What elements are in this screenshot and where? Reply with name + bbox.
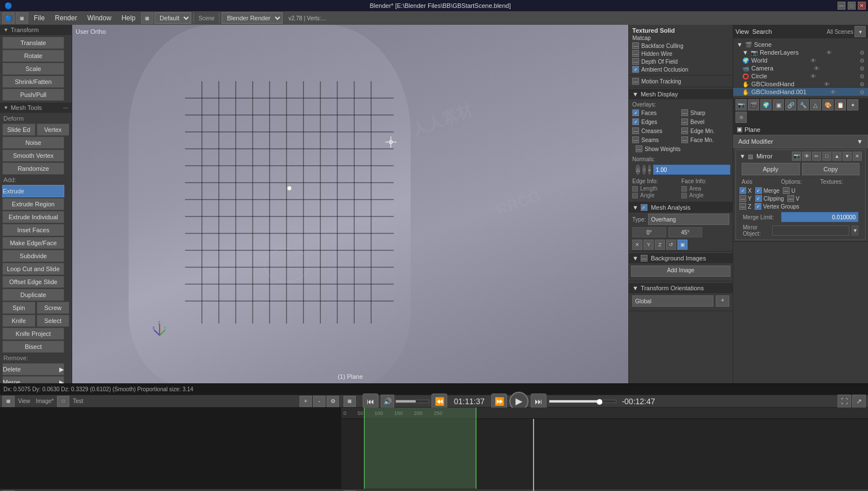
v-cb[interactable]: — (787, 195, 794, 202)
y-axis-cb[interactable]: — (739, 195, 746, 202)
z-axis-cb[interactable]: — (739, 203, 746, 210)
hidden-wire-row[interactable]: — Hidden Wire (629, 50, 733, 57)
hidden-wire-cb[interactable]: — (632, 50, 639, 57)
u-cb[interactable]: — (783, 187, 790, 194)
area-cb[interactable] (681, 186, 687, 192)
noise-btn[interactable]: Noise (2, 136, 64, 149)
speaker-icon[interactable]: 🔊 (381, 395, 394, 408)
gb-hand-001-settings-icon[interactable]: ⚙ (860, 89, 865, 95)
tl-settings-icon[interactable]: ⚙ (327, 396, 339, 407)
render-layers-eye-icon[interactable]: 👁 (826, 50, 832, 56)
modifier-props-icon[interactable]: 🔧 (797, 99, 809, 110)
blender-logo-btn[interactable]: 🔵 (2, 12, 15, 24)
fast-fwd-btn[interactable]: ⏭ (531, 393, 547, 409)
add-image-btn[interactable]: Add Image (631, 266, 730, 277)
modifier-close-icon[interactable]: ✕ (853, 152, 862, 161)
bevel-cb[interactable]: — (681, 118, 688, 125)
minimize-btn[interactable]: — (838, 2, 845, 10)
normal-face-btn[interactable]: △ (636, 165, 640, 175)
ma-range-min[interactable] (632, 227, 666, 237)
tl-view-btn[interactable]: View (16, 398, 33, 404)
extrude-region-btn[interactable]: Extrude Region (2, 198, 64, 210)
render-layers-settings-icon[interactable]: ⚙ (860, 50, 865, 56)
modifier-up-icon[interactable]: ▲ (832, 152, 841, 161)
face-mn-cb[interactable]: — (681, 136, 688, 143)
spin-btn[interactable]: Spin (2, 302, 36, 314)
engine-select[interactable]: Blender Render (222, 12, 283, 24)
make-edge-face-btn[interactable]: Make Edge/Face (2, 237, 64, 249)
duplicate-btn[interactable]: Duplicate (2, 289, 64, 301)
volume-slider[interactable] (395, 400, 429, 403)
motion-tracking-cb[interactable]: — (632, 78, 639, 85)
close-btn[interactable]: ✕ (858, 2, 866, 10)
ma-type-select[interactable]: Overhang (648, 214, 729, 225)
progress-slider[interactable] (549, 400, 616, 403)
push-pull-btn[interactable]: Push/Pull (2, 89, 64, 101)
bisect-btn[interactable]: Bisect (2, 340, 64, 353)
offset-edge-slide-btn[interactable]: Offset Edge Slide (2, 276, 64, 288)
edge-mn-row[interactable]: — Edge Mn. (681, 127, 729, 135)
normal-loop-btn[interactable]: ↑ (642, 165, 646, 175)
screw-btn[interactable]: Screw (37, 302, 70, 314)
scene-root-item[interactable]: ▼ 🎬 Scene (733, 41, 868, 48)
gb-closed-hand-item[interactable]: ✋ GBClosedHand 👁 ⚙ (733, 80, 868, 88)
menu-window[interactable]: Window (83, 13, 116, 23)
add-modifier-btn[interactable]: Add Modifier ▼ (733, 135, 868, 148)
creases-row[interactable]: — Creases (632, 127, 680, 135)
world-eye-icon[interactable]: 👁 (810, 57, 816, 64)
edge-angle-cb[interactable] (632, 193, 638, 198)
camera-settings-icon[interactable]: ⚙ (860, 65, 865, 72)
render-layers-item[interactable]: ▼ 📷 RenderLayers 👁 ⚙ (733, 48, 868, 56)
menu-icon-btn[interactable]: ▦ (16, 12, 28, 24)
step-fwd-btn[interactable]: ⏩ (491, 393, 507, 409)
tl-add-icon[interactable]: + (299, 396, 312, 407)
seams-cb[interactable]: — (632, 136, 639, 143)
tl-image-btn[interactable]: Image* (34, 398, 56, 404)
apply-btn[interactable]: Apply (742, 163, 800, 175)
depth-field-cb[interactable]: — (632, 58, 639, 65)
mode-icon[interactable]: ▦ (141, 12, 153, 24)
step-back-btn[interactable]: ⏪ (431, 393, 447, 409)
edge-mn-cb[interactable]: — (681, 127, 688, 134)
ambient-occlusion-cb[interactable]: ✓ (632, 66, 639, 73)
tr-icon-btn[interactable]: ▦ (343, 396, 356, 407)
area-row[interactable]: Area (681, 185, 729, 192)
background-images-cb[interactable]: — (641, 255, 647, 262)
particle-props-icon[interactable]: ✦ (847, 99, 858, 110)
sharp-cb[interactable]: — (681, 109, 688, 116)
mesh-analysis-cb[interactable]: ✓ (641, 204, 647, 211)
outliner-icon[interactable]: ▾ (854, 26, 866, 37)
tl-test-btn[interactable]: Test (71, 398, 85, 404)
menu-file[interactable]: File (29, 13, 49, 23)
maximize-btn[interactable]: □ (848, 2, 856, 10)
constraint-props-icon[interactable]: 🔗 (785, 99, 796, 110)
inset-faces-btn[interactable]: Inset Faces (2, 224, 64, 236)
global-select[interactable]: Global (632, 295, 713, 307)
layout-select[interactable]: Default (155, 12, 191, 24)
material-props-icon[interactable]: 🎨 (822, 99, 834, 110)
data-props-icon[interactable]: △ (810, 99, 821, 110)
object-props-icon[interactable]: ▣ (773, 99, 784, 110)
gb-hand-settings-icon[interactable]: ⚙ (860, 81, 865, 87)
circle-item[interactable]: ⭕ Circle 👁 ⚙ (733, 72, 868, 80)
render-props-icon[interactable]: 📷 (735, 99, 747, 110)
gb-hand-eye-icon[interactable]: 👁 (824, 81, 830, 87)
merge-cb[interactable]: ✓ (755, 187, 762, 194)
go-start-btn[interactable]: ⏮ (363, 393, 378, 409)
modifier-down-icon[interactable]: ▼ (843, 152, 852, 161)
edge-angle-row[interactable]: Angle (632, 192, 680, 198)
export-icon[interactable]: ↗ (852, 395, 866, 408)
backface-culling-row[interactable]: — Backface Culling (629, 42, 733, 50)
edges-row[interactable]: ✓ Edges (632, 118, 680, 126)
depth-field-row[interactable]: — Depth Of Field (629, 57, 733, 65)
transform-orientations-header[interactable]: ▼ Transform Orientations (629, 283, 733, 293)
modifier-edit-icon[interactable]: ✏ (812, 152, 821, 161)
mesh-tools-collapse[interactable]: — (63, 105, 68, 110)
slide-ed-btn[interactable]: Slide Ed (2, 123, 36, 136)
faces-row[interactable]: ✓ Faces (632, 109, 680, 117)
viewport[interactable]: 人人素材 RRCG 人人素材 RRCG 人人素材 RRCG (72, 25, 628, 383)
ambient-occlusion-row[interactable]: ✓ Ambient Occlusion (629, 65, 733, 73)
circle-eye-icon[interactable]: 👁 (810, 73, 816, 79)
creases-cb[interactable]: — (632, 127, 639, 134)
normal-size-input[interactable] (653, 165, 730, 175)
